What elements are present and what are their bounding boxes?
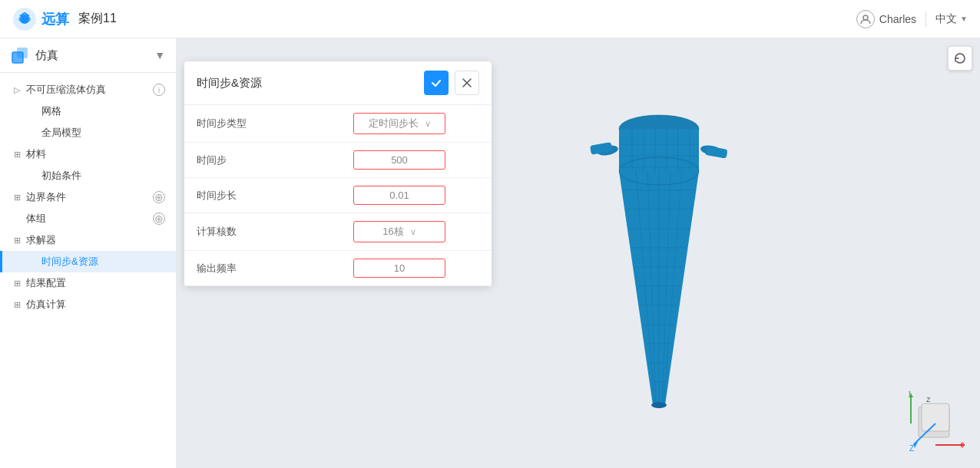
field-value-timestep[interactable]: 500 <box>307 143 492 178</box>
timestep-value[interactable]: 500 <box>353 150 445 170</box>
svg-rect-11 <box>705 146 728 159</box>
sidebar-header-left: 仿真 <box>11 46 58 64</box>
item-label: 网格 <box>41 104 165 118</box>
field-value-timestep-type[interactable]: 定时间步长∨ <box>307 105 492 143</box>
timestep-length-value[interactable]: 0.01 <box>353 186 445 205</box>
field-label-compute-cores: 计算核数 <box>184 213 307 251</box>
sidebar-item-incompressible[interactable]: ▷ 不可压缩流体仿真 i <box>0 79 176 101</box>
compute-cores-value[interactable]: 16核∨ <box>353 221 445 242</box>
chevron-down-icon: ▼ <box>960 15 968 23</box>
item-label: 结果配置 <box>26 276 165 290</box>
svg-text:Z: Z <box>909 444 914 453</box>
expand-icon: ⊞ <box>11 277 23 289</box>
item-label: 材料 <box>26 147 165 161</box>
axis-widget: X Y Z Z <box>903 391 965 453</box>
dropdown-arrow-icon: ∨ <box>410 227 416 236</box>
close-button[interactable] <box>455 71 479 95</box>
field-value-compute-cores[interactable]: 16核∨ <box>307 213 492 251</box>
sidebar-title: 仿真 <box>35 48 58 63</box>
item-label: 全局模型 <box>41 126 165 140</box>
viewport-content: 时间步&资源 <box>177 38 980 468</box>
dialog-actions <box>424 71 479 95</box>
field-label-timestep: 时间步 <box>184 143 307 178</box>
checkmark-icon <box>430 77 442 89</box>
expand-icon: ⊞ <box>11 298 23 311</box>
svg-rect-41 <box>922 404 949 431</box>
form-row-timestep-length: 时间步长 0.01 <box>184 178 492 213</box>
language-selector[interactable]: 中文 ▼ <box>935 12 968 26</box>
dialog-title: 时间步&资源 <box>197 76 262 91</box>
svg-point-2 <box>863 15 868 20</box>
form-row-timestep-type: 时间步类型 定时间步长∨ <box>184 105 492 143</box>
simulation-cube-icon <box>11 46 29 64</box>
3d-model-svg <box>536 83 782 420</box>
output-frequency-value[interactable]: 10 <box>353 259 445 278</box>
expand-icon: ⊞ <box>11 191 23 203</box>
form-row-output-frequency: 输出频率 10 <box>184 251 492 286</box>
sidebar-item-simulation-calc[interactable]: ⊞ 仿真计算 <box>0 294 176 315</box>
sidebar-item-global-model[interactable]: 全局模型 <box>0 122 176 143</box>
dialog-header: 时间步&资源 <box>184 61 492 105</box>
field-label-output-frequency: 输出频率 <box>184 251 307 286</box>
form-table: 时间步类型 定时间步长∨ 时间步 500 <box>184 105 492 286</box>
item-label: 初始条件 <box>41 169 165 183</box>
logo: 远算 <box>12 7 69 31</box>
sidebar-item-result-config[interactable]: ⊞ 结果配置 <box>0 272 176 294</box>
sidebar-item-timestep-resource[interactable]: 时间步&资源 <box>0 251 176 272</box>
form-row-compute-cores: 计算核数 16核∨ <box>184 213 492 251</box>
main-layout: 仿真 ▼ ▷ 不可压缩流体仿真 i 网格 全局模型 <box>0 38 980 468</box>
field-value-timestep-length[interactable]: 0.01 <box>307 178 492 213</box>
expand-icon: ⊞ <box>11 148 23 160</box>
sidebar-collapse-arrow[interactable]: ▼ <box>154 49 165 61</box>
sidebar: 仿真 ▼ ▷ 不可压缩流体仿真 i 网格 全局模型 <box>0 38 177 468</box>
refresh-icon <box>953 51 967 65</box>
header-divider <box>925 12 926 27</box>
sidebar-item-body-group[interactable]: 体组 ⊕ <box>0 208 176 229</box>
header-left: 远算 案例11 <box>12 7 117 31</box>
refresh-button[interactable] <box>948 46 972 71</box>
sidebar-item-boundary-conditions[interactable]: ⊞ 边界条件 ⊕ <box>0 186 176 208</box>
field-value-output-frequency[interactable]: 10 <box>307 251 492 286</box>
user-info: Charles <box>856 10 916 28</box>
item-label: 不可压缩流体仿真 <box>26 83 148 97</box>
sidebar-item-solver[interactable]: ⊞ 求解器 <box>0 229 176 251</box>
item-label: 体组 <box>26 212 153 226</box>
close-icon <box>462 77 472 88</box>
svg-text:Z: Z <box>926 396 931 404</box>
sidebar-item-initial-conditions[interactable]: 初始条件 <box>0 165 176 186</box>
user-avatar-icon <box>856 10 875 28</box>
timestep-resource-dialog: 时间步&资源 <box>184 61 492 286</box>
item-label: 求解器 <box>26 233 165 247</box>
sidebar-tree: ▷ 不可压缩流体仿真 i 网格 全局模型 ⊞ 材料 <box>0 73 176 468</box>
logo-icon <box>12 7 37 31</box>
3d-model-viewport <box>536 83 782 424</box>
case-title: 案例11 <box>78 11 117 27</box>
item-label: 边界条件 <box>26 190 153 204</box>
field-label-timestep-length: 时间步长 <box>184 178 307 213</box>
confirm-button[interactable] <box>424 71 449 95</box>
header-right: Charles 中文 ▼ <box>856 10 968 28</box>
axis-svg: X Y Z Z <box>903 391 965 453</box>
dialog-body: 时间步类型 定时间步长∨ 时间步 500 <box>184 105 492 286</box>
item-label: 仿真计算 <box>26 298 165 311</box>
form-row-timestep: 时间步 500 <box>184 143 492 178</box>
logo-text: 远算 <box>41 10 69 28</box>
header: 远算 案例11 Charles 中文 ▼ <box>0 0 980 38</box>
sidebar-header: 仿真 ▼ <box>0 38 176 73</box>
timestep-type-value[interactable]: 定时间步长∨ <box>353 113 445 134</box>
expand-icon: ▷ <box>11 84 23 96</box>
sidebar-item-mesh[interactable]: 网格 <box>0 101 176 122</box>
language-label: 中文 <box>935 12 957 26</box>
dropdown-arrow-icon: ∨ <box>425 119 431 128</box>
sidebar-item-material[interactable]: ⊞ 材料 <box>0 143 176 165</box>
add-body-icon[interactable]: ⊕ <box>153 213 165 225</box>
field-label-timestep-type: 时间步类型 <box>184 105 307 143</box>
info-icon: i <box>153 84 165 96</box>
expand-icon: ⊞ <box>11 234 23 246</box>
add-boundary-icon[interactable]: ⊕ <box>153 191 165 203</box>
item-label: 时间步&资源 <box>41 255 165 269</box>
user-name: Charles <box>879 13 916 25</box>
